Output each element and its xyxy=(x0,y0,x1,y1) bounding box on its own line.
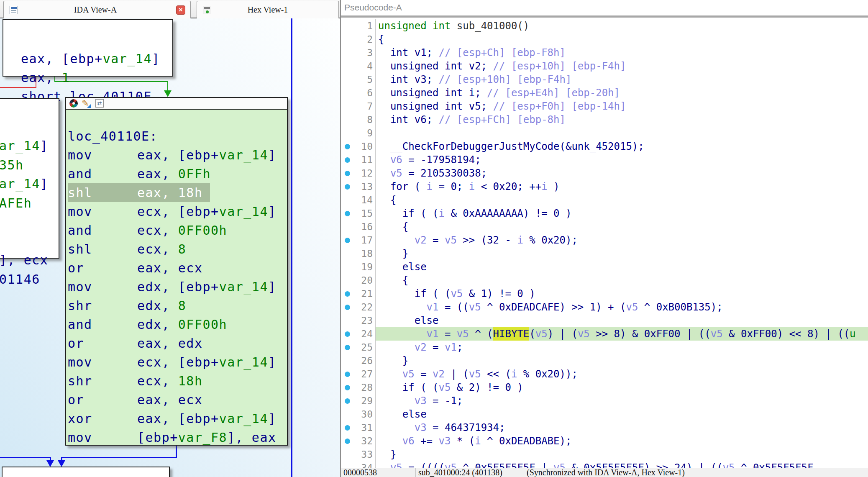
asm-instruction-row[interactable]: moveax, [ebp+var_14] xyxy=(68,146,287,164)
breakpoint-gutter[interactable] xyxy=(341,448,353,461)
breakpoint-dot[interactable] xyxy=(345,157,350,163)
breakpoint-gutter[interactable] xyxy=(341,287,353,300)
pseudocode-line[interactable]: 13 for ( i = 0; i < 0x20; ++i ) xyxy=(341,180,868,193)
breakpoint-gutter[interactable] xyxy=(341,73,353,86)
asm-row[interactable]: 35h xyxy=(0,156,59,175)
code-text[interactable]: } xyxy=(375,247,868,260)
pseudocode-line[interactable]: 19 else xyxy=(341,260,868,274)
pseudocode-line[interactable]: 26 } xyxy=(341,354,868,367)
pseudocode-line[interactable]: 34 v5 = ((((v5 ^ 0x5F5F5F5F | v5 & 0x5F5… xyxy=(341,461,868,468)
close-icon[interactable] xyxy=(176,5,185,15)
pseudocode-line[interactable]: 7 unsigned int v5; // [esp+F0h] [ebp-14h… xyxy=(341,100,868,113)
code-text[interactable]: if ( (v5 & 2) != 0 ) xyxy=(375,381,868,394)
code-text[interactable]: { xyxy=(375,220,868,233)
code-text[interactable]: v5 = ((((v5 ^ 0x5F5F5F5F | v5 & 0x5F5F5F… xyxy=(375,461,868,468)
code-text[interactable]: v6 = -17958194; xyxy=(375,153,868,167)
code-text[interactable]: int v3; // [esp+10h] [ebp-F4h] xyxy=(375,73,868,86)
breakpoint-gutter[interactable] xyxy=(341,300,353,314)
asm-instruction-row[interactable]: andecx, 0FF00h xyxy=(68,221,287,240)
asm-row[interactable] xyxy=(0,232,59,251)
breakpoint-gutter[interactable] xyxy=(341,167,353,180)
pseudocode-line[interactable]: 20 { xyxy=(341,274,868,287)
breakpoint-dot[interactable] xyxy=(345,372,350,377)
asm-row[interactable]: 01146 xyxy=(0,270,59,289)
code-text[interactable]: { xyxy=(375,274,868,287)
asm-instruction-row[interactable]: shredx, 8 xyxy=(68,296,287,315)
code-text[interactable]: if ( (i & 0xAAAAAAAA) != 0 ) xyxy=(375,207,868,220)
breakpoint-gutter[interactable] xyxy=(341,46,353,59)
asm-instruction-row[interactable]: oreax, edx xyxy=(68,334,287,353)
breakpoint-gutter[interactable] xyxy=(341,100,353,113)
graph-view[interactable]: eax, [ebp+var_14]eax, 1short loc_40110E … xyxy=(0,18,340,477)
breakpoint-gutter[interactable] xyxy=(341,140,353,153)
code-text[interactable]: for ( i = 0; i < 0x20; ++i ) xyxy=(375,180,868,193)
breakpoint-dot[interactable] xyxy=(345,291,350,297)
code-text[interactable]: unsigned int v2; // [esp+10h] [ebp-F4h] xyxy=(375,59,868,73)
breakpoint-gutter[interactable] xyxy=(341,394,353,408)
asm-instruction-row[interactable]: oreax, ecx xyxy=(68,390,287,409)
code-text[interactable]: v6 += v3 * (i ^ 0xDEADBABE); xyxy=(375,434,868,448)
basic-block-node-left-clipped[interactable]: ar_14]35har_14]AFEh], ecx01146 xyxy=(0,98,59,259)
breakpoint-dot[interactable] xyxy=(345,305,350,310)
pseudocode-line[interactable]: 30 else xyxy=(341,408,868,421)
breakpoint-dot[interactable] xyxy=(345,171,350,176)
breakpoint-dot[interactable] xyxy=(345,144,350,149)
breakpoint-gutter[interactable] xyxy=(341,86,353,100)
asm-instruction-row[interactable]: movecx, [ebp+var_14] xyxy=(68,202,287,221)
pseudocode-line[interactable]: 1unsigned int sub_401000() xyxy=(341,19,868,33)
breakpoint-gutter[interactable] xyxy=(341,247,353,260)
asm-instruction-row[interactable]: movecx, [ebp+var_14] xyxy=(68,353,287,372)
code-text[interactable]: unsigned int i; // [esp+E4h] [ebp-20h] xyxy=(375,86,868,100)
asm-row[interactable] xyxy=(0,213,59,232)
pseudocode-line[interactable]: 9 xyxy=(341,126,868,140)
pseudocode-line[interactable]: 23 else xyxy=(341,314,868,327)
asm-row[interactable]: eax, 1 xyxy=(21,68,172,87)
breakpoint-dot[interactable] xyxy=(345,385,350,390)
asm-row[interactable]: ar_14] xyxy=(0,174,59,194)
breakpoint-gutter[interactable] xyxy=(341,381,353,394)
tab-hex-view-1[interactable]: Hex View-1 xyxy=(197,1,339,18)
breakpoint-gutter[interactable] xyxy=(341,126,353,140)
breakpoint-gutter[interactable] xyxy=(341,274,353,287)
pseudocode-line[interactable]: 11 v6 = -17958194; xyxy=(341,153,868,167)
asm-row[interactable]: ar_14] xyxy=(0,136,59,156)
breakpoint-gutter[interactable] xyxy=(341,113,353,126)
breakpoint-gutter[interactable] xyxy=(341,207,353,220)
asm-instruction-row[interactable]: xoreax, [ebp+var_14] xyxy=(68,409,287,428)
pseudocode-line[interactable]: 3 int v1; // [esp+Ch] [ebp-F8h] xyxy=(341,46,868,59)
breakpoint-gutter[interactable] xyxy=(341,180,353,193)
code-text[interactable]: else xyxy=(375,260,868,274)
breakpoint-gutter[interactable] xyxy=(341,367,353,381)
pseudocode-line[interactable]: 5 int v3; // [esp+10h] [ebp-F4h] xyxy=(341,73,868,86)
breakpoint-gutter[interactable] xyxy=(341,408,353,421)
breakpoint-gutter[interactable] xyxy=(341,421,353,434)
tab-ida-view-a[interactable]: IDA View-A xyxy=(3,1,191,18)
asm-instruction-row[interactable]: oreax, ecx xyxy=(68,259,287,277)
breakpoint-gutter[interactable] xyxy=(341,19,353,33)
asm-instruction-row[interactable]: shrecx, 18h xyxy=(68,372,287,390)
asm-instruction-row[interactable]: loc_40110E: xyxy=(68,127,287,146)
asm-instruction-row[interactable]: shleax, 18h xyxy=(68,183,287,202)
pseudocode-line[interactable]: 33 } xyxy=(341,448,868,461)
code-text[interactable]: { xyxy=(375,193,868,207)
asm-instruction-row[interactable]: mov[ebp+var_F8], eax xyxy=(68,428,287,447)
pseudocode-line[interactable]: 29 v3 = -1; xyxy=(341,394,868,408)
breakpoint-gutter[interactable] xyxy=(341,59,353,73)
code-text[interactable]: } xyxy=(375,354,868,367)
breakpoint-gutter[interactable] xyxy=(341,193,353,207)
code-text[interactable]: v3 = 464371934; xyxy=(375,421,868,434)
breakpoint-gutter[interactable] xyxy=(341,341,353,354)
breakpoint-dot[interactable] xyxy=(345,398,350,404)
pseudocode-line[interactable]: 22 v1 = ((v5 ^ 0xDEADCAFE) >> 1) + (v5 ^… xyxy=(341,300,868,314)
pseudocode-line[interactable]: 21 if ( (v5 & 1) != 0 ) xyxy=(341,287,868,300)
pseudocode-line[interactable]: 24 v1 = v5 ^ (HIBYTE(v5) | (v5 >> 8) & 0… xyxy=(341,327,868,341)
code-text[interactable]: v3 = -1; xyxy=(375,394,868,408)
breakpoint-gutter[interactable] xyxy=(341,33,353,46)
breakpoint-dot[interactable] xyxy=(345,184,350,190)
asm-row[interactable]: eax, [ebp+var_14] xyxy=(21,49,172,68)
code-text[interactable]: int v1; // [esp+Ch] [ebp-F8h] xyxy=(375,46,868,59)
pseudocode-line[interactable]: 32 v6 += v3 * (i ^ 0xDEADBABE); xyxy=(341,434,868,448)
code-text[interactable]: v1 = ((v5 ^ 0xDEADCAFE) >> 1) + (v5 ^ 0x… xyxy=(375,300,868,314)
code-text[interactable]: } xyxy=(375,448,868,461)
code-text[interactable]: v2 = v1; xyxy=(375,341,868,354)
